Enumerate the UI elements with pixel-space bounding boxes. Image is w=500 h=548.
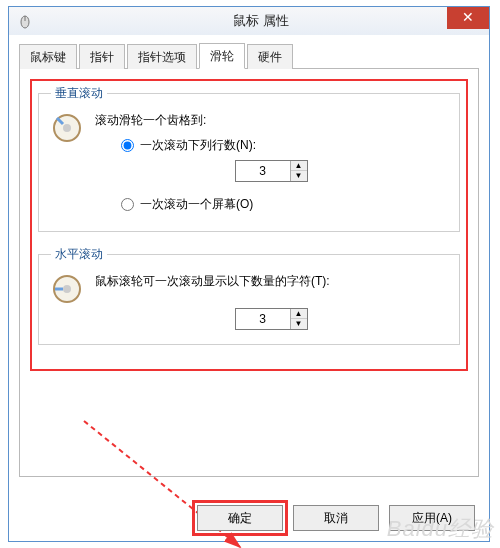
close-button[interactable]: ✕ — [447, 7, 489, 29]
chars-spinner[interactable]: 3 ▲ ▼ — [235, 308, 308, 330]
lines-value: 3 — [236, 161, 290, 181]
group-vertical-legend: 垂直滚动 — [51, 85, 107, 102]
chars-spin-down[interactable]: ▼ — [291, 319, 307, 329]
radio-lines[interactable] — [121, 139, 134, 152]
tab-pointer[interactable]: 指针 — [79, 44, 125, 69]
dialog-window: 鼠标 属性 ✕ 鼠标键 指针 指针选项 滑轮 硬件 垂直滚动 滚动滑轮 — [8, 6, 490, 542]
svg-point-3 — [63, 124, 71, 132]
tab-buttons[interactable]: 鼠标键 — [19, 44, 77, 69]
apply-button[interactable]: 应用(A) — [389, 505, 475, 531]
group-horizontal-scroll: 水平滚动 鼠标滚轮可一次滚动显示以下数量的字符(T): 3 ▲ — [38, 246, 460, 345]
group-vertical-scroll: 垂直滚动 滚动滑轮一个齿格到: 一次滚动下列行数(N): — [38, 85, 460, 232]
tab-strip: 鼠标键 指针 指针选项 滑轮 硬件 — [19, 43, 479, 69]
window-title: 鼠标 属性 — [33, 12, 489, 30]
lines-spinner[interactable]: 3 ▲ ▼ — [235, 160, 308, 182]
tab-wheel[interactable]: 滑轮 — [199, 43, 245, 69]
chars-spin-up[interactable]: ▲ — [291, 309, 307, 319]
dialog-button-bar: 确定 取消 应用(A) — [197, 505, 475, 531]
radio-lines-label: 一次滚动下列行数(N): — [140, 137, 256, 154]
lines-spin-up[interactable]: ▲ — [291, 161, 307, 171]
cancel-button[interactable]: 取消 — [293, 505, 379, 531]
radio-screen-label: 一次滚动一个屏幕(O) — [140, 196, 253, 213]
wheel-icon — [51, 112, 83, 144]
lines-spin-down[interactable]: ▼ — [291, 171, 307, 181]
vertical-desc: 滚动滑轮一个齿格到: — [95, 112, 447, 129]
tab-hardware[interactable]: 硬件 — [247, 44, 293, 69]
wheel-horiz-icon — [51, 273, 83, 305]
radio-screen[interactable] — [121, 198, 134, 211]
tab-options[interactable]: 指针选项 — [127, 44, 197, 69]
group-horizontal-legend: 水平滚动 — [51, 246, 107, 263]
tab-page-wheel: 垂直滚动 滚动滑轮一个齿格到: 一次滚动下列行数(N): — [19, 69, 479, 477]
client-area: 鼠标键 指针 指针选项 滑轮 硬件 垂直滚动 滚动滑轮一个齿格到: — [9, 35, 489, 487]
chars-value: 3 — [236, 309, 290, 329]
mouse-sysicon — [17, 13, 33, 29]
highlight-box: 垂直滚动 滚动滑轮一个齿格到: 一次滚动下列行数(N): — [30, 79, 468, 371]
horizontal-desc: 鼠标滚轮可一次滚动显示以下数量的字符(T): — [95, 273, 447, 290]
svg-point-5 — [63, 285, 71, 293]
titlebar: 鼠标 属性 ✕ — [9, 7, 489, 35]
ok-button[interactable]: 确定 — [197, 505, 283, 531]
